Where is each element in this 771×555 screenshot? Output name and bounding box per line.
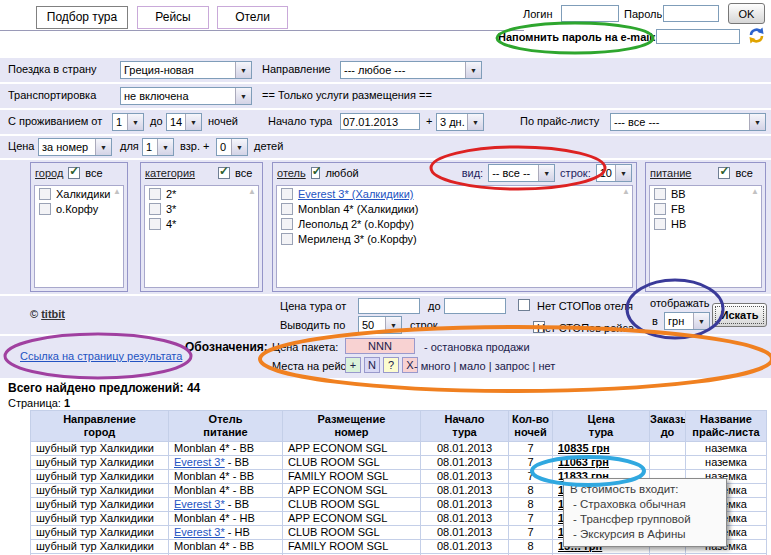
filters-section: город ✓ все ▲ Халкидикио.Корфу категория… — [0, 160, 771, 294]
titbit-link[interactable]: titbit — [41, 308, 65, 320]
hotel-item-label[interactable]: Everest 3* (Халкидики) — [298, 188, 413, 200]
dropdown-icon[interactable]: ▼ — [615, 165, 631, 181]
nights-to-select[interactable]: 14▼ — [166, 113, 202, 131]
category-all-checkbox[interactable]: ✓ — [218, 167, 230, 179]
price-to-input[interactable] — [444, 298, 506, 314]
category-item[interactable]: 4* — [145, 216, 258, 231]
tooltip-item: - Страховка обычная — [570, 497, 720, 512]
column-header: Направлениегород — [31, 411, 169, 442]
scroll-up-icon[interactable]: ▲ — [248, 187, 256, 196]
city-item[interactable]: Халкидики — [35, 186, 123, 201]
dropdown-icon[interactable]: ▼ — [235, 88, 251, 104]
hotel-link[interactable]: Everest 3* — [174, 526, 225, 538]
hotel-item[interactable]: Леопольд 2* (о.Корфу) — [277, 216, 632, 231]
pricelist-select[interactable]: --- все ---▼ — [610, 113, 766, 131]
hotel-rows-select[interactable]: 10▼ — [596, 164, 632, 182]
password-input[interactable] — [663, 5, 719, 22]
nights-cell: 7 — [509, 526, 553, 540]
hotel-item-checkbox[interactable] — [281, 233, 293, 245]
sync-icon[interactable] — [747, 26, 766, 47]
no-stop-hotel-checkbox[interactable] — [518, 299, 530, 311]
hotel-item[interactable]: Monblan 4* (Халкидики) — [277, 201, 632, 216]
city-list[interactable]: ▲ Халкидикио.Корфу — [34, 185, 124, 288]
result-page-link[interactable]: Ссылка на страницу результата — [20, 350, 182, 362]
meal-item[interactable]: FB — [650, 201, 761, 216]
login-input[interactable] — [561, 5, 619, 22]
category-item-checkbox[interactable] — [149, 188, 161, 200]
currency-select[interactable]: грн▼ — [664, 312, 710, 330]
city-item[interactable]: о.Корфу — [35, 201, 123, 216]
category-item[interactable]: 3* — [145, 201, 258, 216]
dropdown-icon[interactable]: ▼ — [467, 114, 483, 130]
meal-item[interactable]: HB — [650, 216, 761, 231]
transport-select[interactable]: не включена▼ — [120, 87, 252, 105]
dropdown-icon[interactable]: ▼ — [157, 139, 173, 155]
search-button[interactable]: Искать — [712, 303, 767, 327]
tooltip-item: - Трансфер групповой — [570, 512, 720, 527]
hotel-any-checkbox[interactable]: ✓ — [311, 167, 321, 179]
hotel-view-select[interactable]: -- все --▼ — [488, 164, 555, 182]
page-indicator: Страница: 1 — [8, 397, 70, 409]
hotel-cell: Monblan 4* - BB — [169, 484, 283, 498]
category-item-checkbox[interactable] — [149, 203, 161, 215]
dropdown-icon[interactable]: ▼ — [465, 62, 481, 78]
start-date-cell: 08.01.2013 — [421, 512, 509, 526]
plus-days-select[interactable]: 3 дн.▼ — [436, 113, 484, 131]
nights-from-select[interactable]: 1▼ — [112, 113, 144, 131]
city-all-checkbox[interactable]: ✓ — [68, 167, 80, 179]
meal-item[interactable]: BB — [650, 186, 761, 201]
scroll-up-icon[interactable]: ▲ — [622, 187, 630, 196]
meal-list[interactable]: ▲ BBFBHB — [649, 185, 762, 288]
remind-email-input[interactable] — [656, 29, 740, 44]
per-page-select[interactable]: 50▼ — [358, 316, 402, 334]
direction-select[interactable]: --- любое ---▼ — [340, 61, 482, 79]
category-item[interactable]: 2* — [145, 186, 258, 201]
tab-tour-search[interactable]: Подбор тура — [36, 6, 128, 29]
city-title-link[interactable]: город — [35, 167, 63, 179]
city-item-checkbox[interactable] — [39, 203, 51, 215]
adults-select[interactable]: 1▼ — [142, 138, 174, 156]
price-from-input[interactable] — [358, 298, 420, 314]
dropdown-icon[interactable]: ▼ — [185, 114, 201, 130]
ok-button[interactable]: OK — [728, 3, 765, 24]
price-link[interactable]: 11063 грн — [558, 456, 609, 468]
meal-item-label: BB — [671, 188, 686, 200]
hotel-item-checkbox[interactable] — [281, 218, 293, 230]
dropdown-icon[interactable]: ▼ — [235, 62, 251, 78]
category-title-link[interactable]: категория — [145, 167, 195, 179]
category-list[interactable]: ▲ 2*3*4* — [144, 185, 259, 288]
hotel-title-link[interactable]: отель — [277, 167, 306, 179]
meal-item-checkbox[interactable] — [654, 218, 666, 230]
scroll-up-icon[interactable]: ▲ — [751, 187, 759, 196]
hotel-item-checkbox[interactable] — [281, 188, 293, 200]
meal-all-checkbox[interactable]: ✓ — [718, 167, 730, 179]
hotel-link[interactable]: Everest 3* — [174, 456, 225, 468]
dropdown-icon[interactable]: ▼ — [538, 165, 554, 181]
city-item-checkbox[interactable] — [39, 188, 51, 200]
dropdown-icon[interactable]: ▼ — [693, 313, 709, 329]
category-item-checkbox[interactable] — [149, 218, 161, 230]
hotel-item[interactable]: Everest 3* (Халкидики) — [277, 186, 632, 201]
hotel-list[interactable]: ▲ Everest 3* (Халкидики)Monblan 4* (Халк… — [276, 185, 633, 288]
children-select[interactable]: 0▼ — [216, 138, 248, 156]
dropdown-icon[interactable]: ▼ — [127, 114, 143, 130]
dropdown-icon[interactable]: ▼ — [385, 317, 401, 333]
dropdown-icon[interactable]: ▼ — [95, 139, 111, 155]
meal-item-checkbox[interactable] — [654, 203, 666, 215]
tab-hotels[interactable]: Отели — [217, 6, 288, 29]
dropdown-icon[interactable]: ▼ — [231, 139, 247, 155]
scroll-up-icon[interactable]: ▲ — [113, 187, 121, 196]
hotel-item[interactable]: Мериленд 3* (о.Корфу) — [277, 231, 632, 246]
tab-flights[interactable]: Рейсы — [137, 6, 209, 29]
price-cell: 10835 грн — [553, 442, 650, 456]
price-per-select[interactable]: за номер▼ — [38, 138, 112, 156]
hotel-item-checkbox[interactable] — [281, 203, 293, 215]
meal-item-checkbox[interactable] — [654, 188, 666, 200]
meal-title-link[interactable]: питание — [650, 167, 691, 179]
price-link[interactable]: 10835 грн — [558, 442, 610, 454]
country-select[interactable]: Греция-новая▼ — [120, 61, 252, 79]
meal-all-label: все — [735, 167, 752, 179]
hotel-link[interactable]: Everest 3* — [174, 498, 225, 510]
start-date-input[interactable] — [340, 113, 420, 130]
dropdown-icon[interactable]: ▼ — [749, 114, 765, 130]
